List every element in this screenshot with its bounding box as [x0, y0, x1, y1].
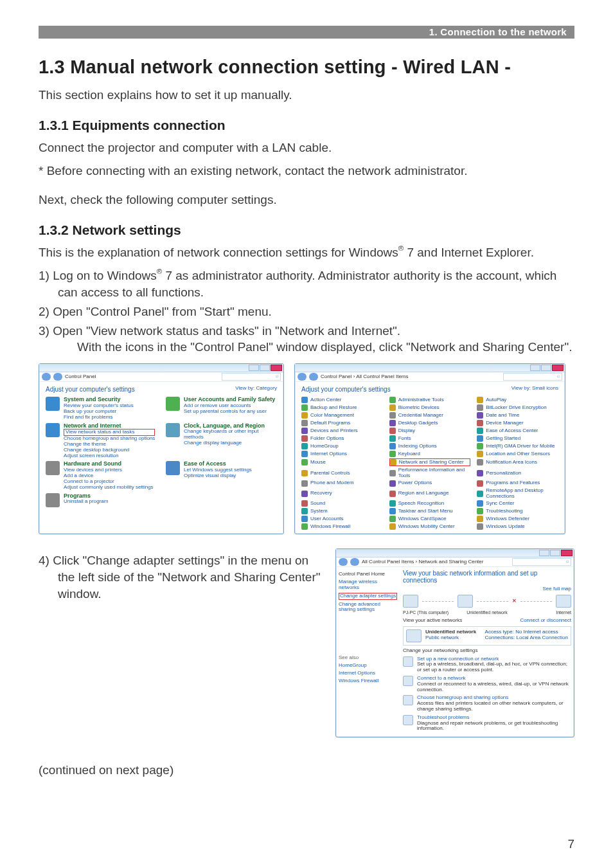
item-icon — [301, 451, 308, 457]
network-diagram: ✕ — [403, 595, 571, 608]
side-link: Windows Firewall — [339, 678, 398, 684]
item-icon — [301, 420, 308, 426]
item-icon — [477, 523, 483, 530]
side-link-change-adapter: Change adapter settings — [339, 593, 398, 600]
item-icon — [477, 500, 483, 507]
search-input: ⌕ — [503, 373, 562, 381]
cp-list-item: Windows Defender — [477, 516, 558, 522]
category-item: Clock, Language, and RegionChange keyboa… — [166, 423, 277, 459]
cp-list-item: Performance Information and Tools — [389, 467, 471, 479]
maximize-icon — [541, 365, 551, 371]
item-icon — [477, 420, 483, 426]
task-icon — [403, 695, 413, 705]
close-icon — [552, 365, 564, 371]
cp-list-item: Personalization — [477, 467, 558, 479]
item-icon — [301, 404, 308, 411]
cp-list-item: Notification Area Icons — [477, 458, 558, 466]
item-icon — [389, 443, 396, 449]
item-icon — [389, 491, 396, 497]
item-icon — [389, 480, 396, 487]
item-icon — [301, 508, 308, 514]
minimize-icon — [539, 550, 549, 556]
item-icon — [477, 508, 483, 514]
item-icon — [477, 404, 483, 411]
globe-icon — [556, 595, 571, 608]
network-icon — [406, 629, 422, 642]
cp-list-item: Power Options — [389, 480, 471, 487]
section-breadcrumb: 1. Connection to the network — [39, 26, 574, 39]
item-icon — [301, 491, 308, 497]
category-item: ProgramsUninstall a program — [46, 493, 157, 507]
item-icon — [389, 428, 396, 434]
adjust-heading: Adjust your computer's settings — [46, 386, 135, 393]
item-icon — [389, 435, 396, 442]
cp-list-item: Sync Center — [477, 500, 558, 507]
page-number: 7 — [567, 837, 574, 851]
category-item: Hardware and SoundView devices and print… — [46, 461, 157, 490]
cp-list-item: Fonts — [389, 435, 471, 442]
active-network-box: Unidentified network Public network Acce… — [403, 626, 571, 646]
cp-list-item: Parental Controls — [301, 467, 383, 479]
cp-list-item: Biometric Devices — [389, 404, 471, 411]
page-title: 1.3 Manual network connection setting - … — [39, 57, 574, 78]
side-home: Control Panel Home — [339, 572, 398, 577]
nsc-task: Choose homegroup and sharing optionsAcce… — [403, 695, 571, 712]
item-icon — [389, 412, 396, 419]
diagram-label: PJ-PC (This computer) — [403, 610, 459, 615]
cp-list-item: Indexing Options — [389, 443, 471, 449]
p-131-a: Connect the projector and computer with … — [39, 140, 574, 156]
forward-icon — [53, 373, 62, 381]
cp-list-item: Windows Firewall — [301, 523, 383, 530]
item-icon — [477, 470, 483, 476]
item-icon — [477, 397, 483, 403]
cp-list-item: BitLocker Drive Encryption — [477, 404, 558, 411]
cp-list-item: Mouse — [301, 458, 383, 466]
p-132-intro: This is the explanation of network conne… — [39, 244, 574, 261]
item-icon — [301, 516, 308, 522]
item-icon — [389, 500, 396, 507]
connect-disconnect-link: Connect or disconnect — [520, 618, 571, 624]
p-131-c: Next, check the following computer setti… — [39, 192, 574, 208]
item-icon — [477, 491, 483, 497]
cp-list-item: Getting Started — [477, 435, 558, 442]
search-icon: ⌕ — [566, 559, 569, 565]
step-2: 2) Open "Control Panel" from "Start" men… — [39, 303, 574, 320]
cp-list-item: Devices and Printers — [301, 428, 383, 434]
cp-list-item: Date and Time — [477, 412, 558, 419]
cp-list-item: Troubleshooting — [477, 508, 558, 514]
view-by: View by: Small icons — [511, 386, 558, 393]
address-crumb: Control Panel › All Control Panel Items — [321, 374, 409, 380]
maximize-icon — [550, 550, 560, 556]
cp-list-item: HomeGroup — [301, 443, 383, 449]
search-icon: ⌕ — [276, 374, 279, 379]
category-icon — [46, 423, 60, 437]
maximize-icon — [260, 365, 270, 371]
item-icon — [301, 428, 308, 434]
category-icon — [166, 461, 180, 475]
forward-icon — [350, 558, 359, 566]
item-icon — [477, 459, 483, 466]
search-icon: ⌕ — [557, 374, 560, 379]
forward-icon — [309, 373, 318, 381]
item-icon — [389, 508, 396, 514]
network-name: Unidentified network — [425, 629, 476, 635]
item-icon — [477, 428, 483, 434]
item-icon — [301, 435, 308, 442]
nsc-task: Troubleshoot problemsDiagnose and repair… — [403, 715, 571, 732]
address-crumb: All Control Panel Items › Network and Sh… — [362, 559, 483, 565]
see-also-heading: See also — [339, 655, 398, 661]
x-icon: ✕ — [512, 599, 517, 604]
item-icon — [301, 500, 308, 507]
category-icon — [46, 461, 60, 475]
screenshot-control-panel-category: Control Panel ⌕ Adjust your computer's s… — [39, 363, 284, 534]
cp-list-item: Taskbar and Start Menu — [389, 508, 471, 514]
minimize-icon — [249, 365, 259, 371]
change-settings-heading: Change your networking settings — [403, 648, 571, 654]
pc-icon — [403, 595, 418, 608]
cp-list-item: Folder Options — [301, 435, 383, 442]
p-131-b: * Before connecting with an existing net… — [39, 163, 574, 179]
step-1: 1) Log on to Windows® 7 as administrator… — [39, 267, 574, 301]
item-icon — [389, 523, 396, 530]
back-icon — [298, 373, 306, 381]
cp-list-item: Programs and Features — [477, 480, 558, 487]
